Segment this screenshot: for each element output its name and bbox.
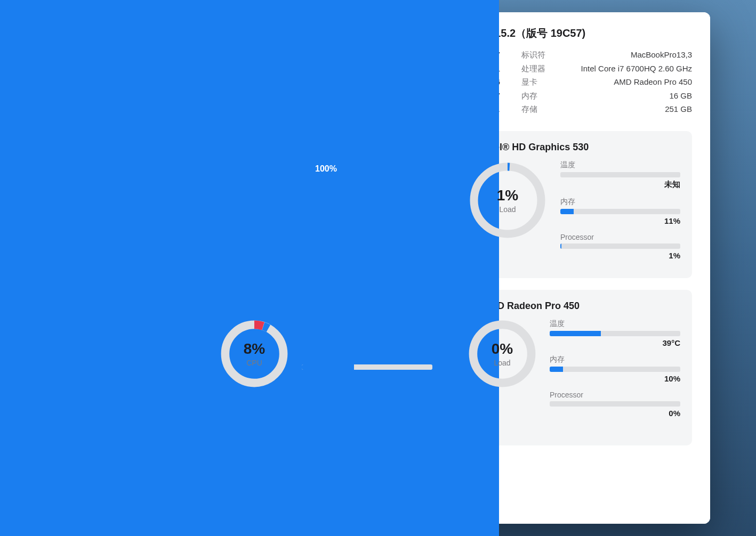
cpu-value: Intel Core i7 6700HQ 2.60 GHz <box>581 62 692 76</box>
intel-gpu-title: Intel® HD Graphics 530 <box>468 142 680 153</box>
intel-gpu-gauge: 1% Load <box>468 160 548 240</box>
cpu-gauge-label: CPU <box>246 359 262 367</box>
app-window: 仪表板 实用工具 优化 A 卸载应用 清理 Trim <box>46 12 710 524</box>
amd-gauge-label: Load <box>494 359 510 367</box>
main-content: macOS Catalina 10.15.2 (版本 10.15.2（版号 19… <box>190 12 710 524</box>
intel-mem-value: 11% <box>664 216 680 225</box>
info-column-right: 标识符MacBookPro13,3 处理器Intel Core i7 6700H… <box>521 48 692 116</box>
ident-label: 标识符 <box>521 48 545 62</box>
cpu-gauge-pct: 8% <box>244 340 265 358</box>
intel-temp-value: 未知 <box>664 180 680 190</box>
ssd-progress <box>220 245 432 251</box>
ident-value: MacBookPro13,3 <box>631 48 692 62</box>
gpu-label: 显卡 <box>521 75 537 89</box>
amd-proc-value: 0% <box>669 409 680 418</box>
mem-label: 内存 <box>521 89 537 103</box>
amd-gpu-gauge: 0% Load <box>468 319 537 388</box>
intel-proc-value: 1% <box>669 251 680 260</box>
cards-grid: 电池 100% ♥84% - APPLE SSD SM0256L <box>208 131 692 445</box>
storage-value: 251 GB <box>665 102 692 116</box>
mem-value: 16 GB <box>669 89 692 103</box>
cpu-gauge: 8% CPU <box>220 319 289 388</box>
amd-mem-value: 10% <box>664 374 680 383</box>
battery-percent: 100% <box>315 164 337 174</box>
ssd-card[interactable]: APPLE SSD SM0256L 167.86 GB used out of … <box>208 215 444 278</box>
amd-gpu-title: AMD Radeon Pro 450 <box>468 301 680 312</box>
storage-label: 存储 <box>521 102 537 116</box>
intel-gauge-label: Load <box>499 205 516 214</box>
intel-gauge-pct: 1% <box>497 187 518 204</box>
intel-proc-label: Processor <box>560 233 680 241</box>
amd-proc-label: Processor <box>550 391 680 399</box>
cpu-label: 处理器 <box>521 62 545 76</box>
amd-temp-label: 温度 <box>550 319 680 329</box>
amd-mem-label: 内存 <box>550 355 680 364</box>
intel-temp-label: 温度 <box>560 160 680 170</box>
amd-temp-value: 39°C <box>662 338 680 347</box>
ssd-fill <box>220 245 432 251</box>
amd-gauge-pct: 0% <box>492 340 513 358</box>
gpu-value: AMD Radeon Pro 450 <box>614 75 692 89</box>
intel-mem-label: 内存 <box>560 197 680 207</box>
